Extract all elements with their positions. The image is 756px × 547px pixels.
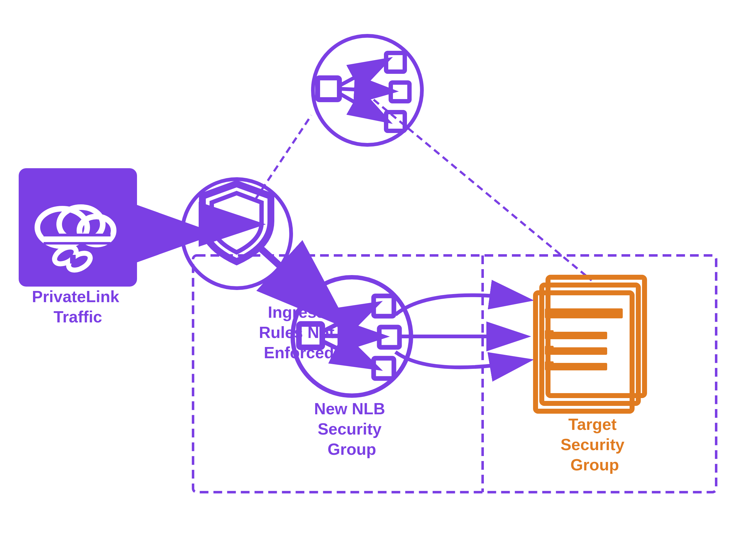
svg-rect-41 — [545, 309, 623, 318]
svg-rect-44 — [545, 363, 607, 370]
svg-rect-46 — [545, 346, 554, 355]
svg-rect-43 — [545, 347, 607, 355]
svg-rect-45 — [545, 330, 554, 339]
svg-rect-18 — [70, 255, 76, 263]
ingress-rules-label: Ingress Rules Not Enforced — [259, 303, 339, 362]
diagram-container: PrivateLink Traffic — [0, 0, 756, 547]
svg-line-28 — [339, 89, 388, 91]
svg-rect-47 — [545, 361, 554, 370]
svg-rect-42 — [545, 332, 607, 339]
target-sg-label: Target Security Group — [560, 415, 629, 474]
privatelink-node — [19, 168, 137, 287]
